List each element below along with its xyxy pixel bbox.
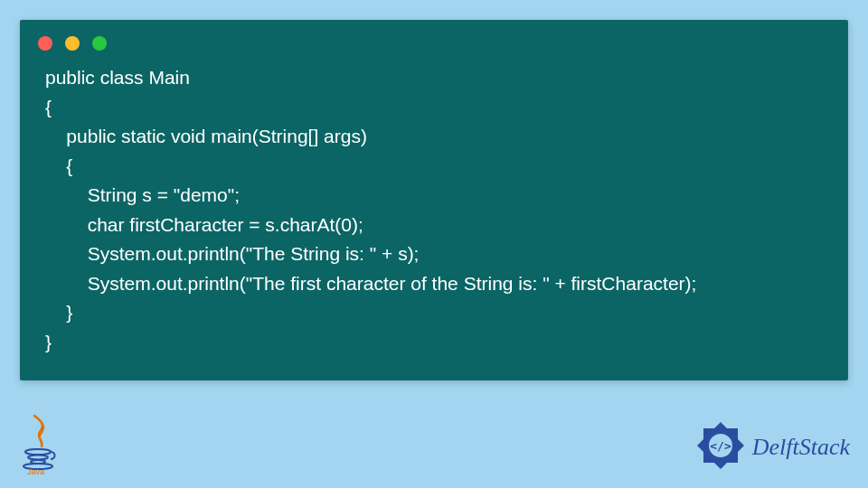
svg-point-0 bbox=[25, 449, 51, 455]
svg-text:</>: </> bbox=[710, 439, 731, 453]
footer: Java </> DelftStack bbox=[0, 414, 868, 483]
minimize-icon bbox=[65, 36, 80, 51]
close-icon bbox=[38, 36, 52, 51]
delftstack-brand: </> DelftStack bbox=[694, 419, 850, 475]
window-titlebar bbox=[20, 20, 848, 60]
delftstack-icon: </> bbox=[694, 419, 747, 475]
code-window: public class Main { public static void m… bbox=[20, 20, 848, 380]
java-label: Java bbox=[27, 467, 44, 475]
maximize-icon bbox=[92, 36, 107, 51]
java-logo-icon: Java bbox=[18, 414, 61, 479]
svg-point-1 bbox=[28, 455, 48, 460]
code-block: public class Main { public static void m… bbox=[20, 60, 848, 364]
delftstack-label: DelftStack bbox=[752, 434, 850, 461]
